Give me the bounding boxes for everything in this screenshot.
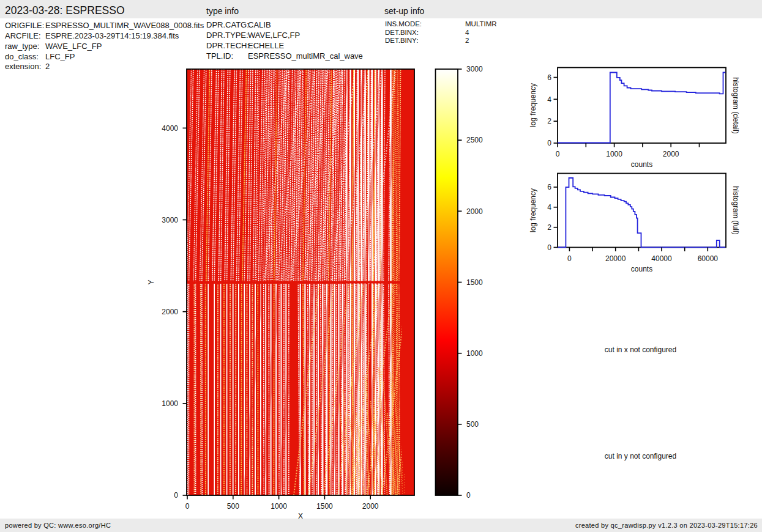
svg-text:0: 0 xyxy=(547,243,551,252)
svg-text:TPL.ID:: TPL.ID: xyxy=(206,51,233,61)
svg-text:type info: type info xyxy=(206,6,239,16)
svg-text:LFC_FP: LFC_FP xyxy=(45,52,75,61)
svg-text:2: 2 xyxy=(45,62,50,71)
svg-text:X: X xyxy=(298,512,303,520)
svg-text:2500: 2500 xyxy=(466,136,483,144)
svg-text:1000: 1000 xyxy=(606,150,622,158)
svg-text:20000: 20000 xyxy=(605,254,626,263)
svg-text:log frequency: log frequency xyxy=(529,188,537,232)
svg-text:counts: counts xyxy=(631,265,652,273)
svg-text:DPR.CATG:: DPR.CATG: xyxy=(206,20,249,29)
svg-text:ESPRESSO_multiMR_cal_wave: ESPRESSO_multiMR_cal_wave xyxy=(248,51,363,61)
svg-text:1000: 1000 xyxy=(162,399,178,408)
svg-text:4: 4 xyxy=(465,29,469,36)
svg-text:2: 2 xyxy=(465,37,469,44)
svg-text:ECHELLE: ECHELLE xyxy=(248,41,285,50)
svg-text:40000: 40000 xyxy=(651,254,672,263)
svg-text:set-up info: set-up info xyxy=(384,6,425,16)
svg-text:2023-03-28: ESPRESSO: 2023-03-28: ESPRESSO xyxy=(5,4,125,17)
svg-text:2000: 2000 xyxy=(466,207,483,216)
svg-text:0: 0 xyxy=(556,150,560,158)
svg-text:60000: 60000 xyxy=(698,254,719,263)
svg-text:3000: 3000 xyxy=(162,216,178,224)
svg-text:500: 500 xyxy=(227,502,239,511)
svg-text:histogram (full): histogram (full) xyxy=(731,186,740,234)
svg-text:WAVE_LFC_FP: WAVE_LFC_FP xyxy=(45,42,102,51)
svg-text:DPR.TYPE:: DPR.TYPE: xyxy=(206,31,248,40)
svg-text:2000: 2000 xyxy=(663,150,679,158)
svg-text:4: 4 xyxy=(547,203,551,212)
svg-text:6: 6 xyxy=(547,73,551,82)
svg-text:1500: 1500 xyxy=(316,502,333,511)
svg-text:ORIGFILE:: ORIGFILE: xyxy=(5,21,44,30)
svg-text:DET.BINX:: DET.BINX: xyxy=(385,29,419,36)
svg-text:0: 0 xyxy=(466,491,471,500)
svg-text:0: 0 xyxy=(547,139,551,147)
svg-text:powered by QC: www.eso.org/HC: powered by QC: www.eso.org/HC xyxy=(5,522,111,529)
svg-text:MULTIMR: MULTIMR xyxy=(465,20,497,28)
svg-text:CALIB: CALIB xyxy=(248,20,271,29)
svg-text:2: 2 xyxy=(547,117,551,125)
svg-text:4000: 4000 xyxy=(162,124,178,133)
svg-text:ESPRE.2023-03-29T14:15:19.384.: ESPRE.2023-03-29T14:15:19.384.fits xyxy=(45,31,179,40)
svg-text:WAVE,LFC,FP: WAVE,LFC,FP xyxy=(248,31,300,40)
svg-text:2000: 2000 xyxy=(362,502,379,511)
svg-text:extension:: extension: xyxy=(5,62,41,71)
svg-text:cut in y not configured: cut in y not configured xyxy=(605,452,676,460)
svg-text:3000: 3000 xyxy=(466,65,483,73)
svg-text:INS.MODE:: INS.MODE: xyxy=(385,20,422,28)
svg-text:4: 4 xyxy=(547,95,551,104)
svg-text:log frequency: log frequency xyxy=(529,83,537,127)
svg-text:2: 2 xyxy=(547,223,551,232)
svg-text:histogram (detail): histogram (detail) xyxy=(731,77,740,134)
svg-text:DPR.TECH:: DPR.TECH: xyxy=(206,41,249,50)
svg-text:counts: counts xyxy=(631,160,652,169)
svg-text:ARCFILE:: ARCFILE: xyxy=(5,31,41,40)
svg-text:ESPRESSO_MULTIMR_WAVE088_0008.: ESPRESSO_MULTIMR_WAVE088_0008.fits xyxy=(45,21,204,30)
svg-text:0: 0 xyxy=(174,491,178,500)
svg-text:1000: 1000 xyxy=(271,502,287,511)
svg-text:500: 500 xyxy=(466,420,479,429)
svg-text:do_class:: do_class: xyxy=(5,52,39,61)
svg-text:1000: 1000 xyxy=(466,349,483,358)
svg-text:Y: Y xyxy=(147,279,155,284)
svg-text:0: 0 xyxy=(567,254,572,263)
svg-text:raw_type:: raw_type: xyxy=(5,42,39,51)
svg-text:1500: 1500 xyxy=(466,278,483,287)
svg-text:6: 6 xyxy=(547,183,551,191)
svg-text:2000: 2000 xyxy=(162,308,178,316)
svg-text:0: 0 xyxy=(185,502,190,511)
svg-text:DET.BINY:: DET.BINY: xyxy=(385,37,418,44)
svg-text:created by qc_rawdisp.py v1.2.: created by qc_rawdisp.py v1.2.3 on 2023-… xyxy=(575,522,758,529)
svg-text:cut in x not configured: cut in x not configured xyxy=(605,345,676,354)
